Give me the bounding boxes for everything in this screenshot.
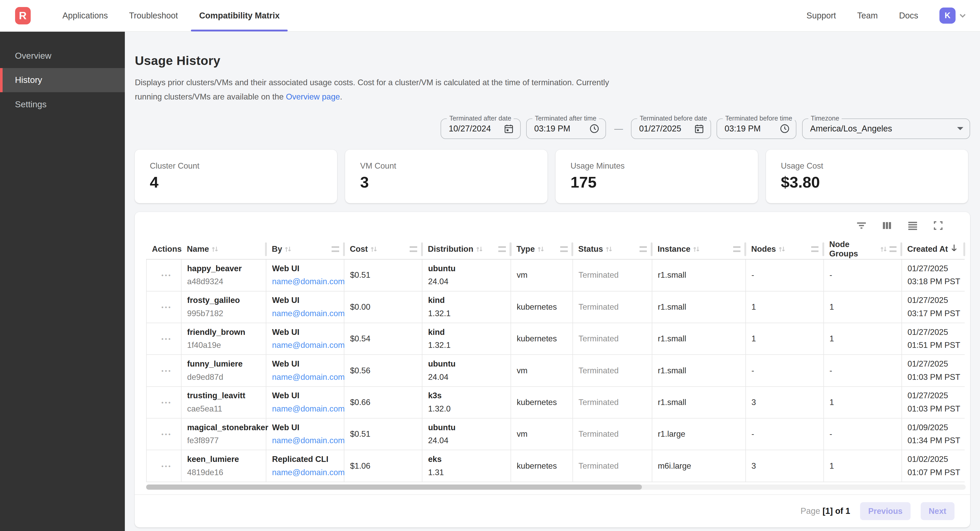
row-actions-button[interactable]: ●●● (152, 273, 181, 277)
row-actions-button[interactable]: ●●● (152, 400, 181, 404)
email-link[interactable]: name@domain.com (272, 372, 345, 382)
sort-icon[interactable] (212, 246, 218, 253)
cell-created-at: 01/27/202501:03 PM PST (902, 355, 965, 386)
column-header-instance[interactable]: Instance (652, 239, 746, 259)
column-header-created_at[interactable]: Created At (902, 239, 965, 259)
field-label: Terminated before time (723, 114, 795, 122)
cell-by: Web UIname@domain.com (266, 387, 344, 418)
sort-icon[interactable] (476, 246, 483, 253)
column-menu-icon[interactable] (410, 246, 417, 252)
sort-icon[interactable] (880, 246, 887, 253)
column-menu-icon[interactable] (733, 246, 741, 252)
overview-page-link[interactable]: Overview page (286, 92, 340, 101)
sort-icon[interactable] (606, 246, 612, 253)
cell-name: keen_lumiere4819de16 (181, 450, 266, 482)
stat-value: 3 (360, 173, 532, 191)
column-menu-icon[interactable] (811, 246, 819, 252)
nav-item-applications[interactable]: Applications (52, 0, 118, 32)
density-icon[interactable] (905, 219, 920, 233)
nav-item-compatibility-matrix[interactable]: Compatibility Matrix (189, 0, 290, 32)
nav-link-team[interactable]: Team (857, 11, 878, 21)
avatar[interactable]: K (939, 8, 956, 24)
cell-distribution: eks1.31 (422, 450, 511, 482)
cell-node-groups: 1 (824, 387, 902, 418)
column-header-type[interactable]: Type (511, 239, 573, 259)
replicated-logo-icon[interactable]: R (15, 7, 31, 24)
next-page-button[interactable]: Next (921, 502, 955, 520)
field-value: 10/27/2024 (449, 124, 504, 133)
row-actions-button[interactable]: ●●● (152, 337, 181, 341)
column-header-status[interactable]: Status (573, 239, 652, 259)
row-actions-button[interactable]: ●●● (152, 464, 181, 468)
email-link[interactable]: name@domain.com (272, 436, 345, 445)
column-header-name[interactable]: Name (181, 239, 266, 259)
sort-icon[interactable] (371, 246, 377, 253)
cell-actions: ●●● (146, 450, 181, 482)
cell-node-groups: - (824, 418, 902, 450)
horizontal-scrollbar[interactable] (146, 485, 966, 490)
timezone-select[interactable]: Timezone America/Los_Angeles (802, 119, 970, 139)
page-description: Displays prior clusters/VMs and their as… (135, 75, 631, 104)
row-actions-button[interactable]: ●●● (152, 305, 181, 309)
fullscreen-icon[interactable] (931, 219, 945, 233)
column-header-cost[interactable]: Cost (344, 239, 422, 259)
sort-desc-icon[interactable] (950, 244, 958, 255)
sidebar-item-history[interactable]: History (0, 68, 125, 92)
sort-icon[interactable] (778, 246, 785, 253)
nav-item-troubleshoot[interactable]: Troubleshoot (118, 0, 188, 32)
column-header-by[interactable]: By (266, 239, 344, 259)
cell-actions: ●●● (146, 355, 181, 386)
sidebar-item-settings[interactable]: Settings (0, 92, 125, 117)
column-label: Cost (350, 244, 368, 254)
column-menu-icon[interactable] (640, 246, 647, 252)
calendar-icon[interactable] (504, 124, 514, 133)
cell-type: kubernetes (511, 323, 573, 355)
stat-card-vm-count: VM Count 3 (345, 150, 547, 203)
sort-icon[interactable] (693, 246, 700, 253)
columns-icon[interactable] (880, 219, 894, 233)
row-actions-button[interactable]: ●●● (152, 369, 181, 373)
nav-link-support[interactable]: Support (807, 11, 836, 21)
cell-instance: r1.small (652, 387, 746, 418)
terminated-before-time-field[interactable]: Terminated before time 03:19 PM (716, 119, 796, 139)
column-menu-icon[interactable] (332, 246, 339, 252)
table-header: ActionsNameByCostDistributionTypeStatusI… (146, 239, 965, 259)
column-header-nodes[interactable]: Nodes (746, 239, 824, 259)
primary-nav: Applications Troubleshoot Compatibility … (52, 0, 290, 32)
column-header-node_groups[interactable]: Node Groups (824, 239, 902, 259)
cell-cost: $0.66 (344, 387, 422, 418)
column-menu-icon[interactable] (498, 246, 506, 252)
column-menu-icon[interactable] (889, 246, 897, 252)
cell-node-groups: - (824, 259, 902, 291)
stat-card-usage-minutes: Usage Minutes 175 (555, 150, 758, 203)
sort-icon[interactable] (537, 246, 544, 253)
email-link[interactable]: name@domain.com (272, 341, 345, 350)
sidebar-item-overview[interactable]: Overview (0, 44, 125, 68)
email-link[interactable]: name@domain.com (272, 309, 345, 318)
cell-instance: r1.small (652, 323, 746, 355)
terminated-after-date-field[interactable]: Terminated after date 10/27/2024 (441, 119, 520, 139)
sort-icon[interactable] (285, 246, 291, 253)
email-link[interactable]: name@domain.com (272, 277, 345, 286)
stat-label: Cluster Count (150, 161, 322, 171)
clock-icon[interactable] (780, 124, 790, 133)
previous-page-button[interactable]: Previous (860, 502, 910, 520)
cell-type: kubernetes (511, 450, 573, 482)
column-resize-handle[interactable] (963, 243, 965, 256)
row-actions-button[interactable]: ●●● (152, 432, 181, 436)
clock-icon[interactable] (589, 124, 599, 133)
email-link[interactable]: name@domain.com (272, 404, 345, 413)
column-menu-icon[interactable] (560, 246, 568, 252)
terminated-before-date-field[interactable]: Terminated before date 01/27/2025 (631, 119, 711, 139)
cell-name: friendly_brown1f40a19e (181, 323, 266, 355)
cell-created-at: 01/27/202501:51 PM PST (902, 323, 965, 355)
cell-created-at: 01/27/202501:03 PM PST (902, 387, 965, 418)
account-menu[interactable]: K (939, 8, 967, 24)
calendar-icon[interactable] (694, 124, 704, 133)
column-header-distribution[interactable]: Distribution (422, 239, 511, 259)
scrollbar-thumb[interactable] (146, 485, 642, 490)
filter-icon[interactable] (854, 219, 869, 233)
email-link[interactable]: name@domain.com (272, 468, 345, 477)
terminated-after-time-field[interactable]: Terminated after time 03:19 PM (526, 119, 606, 139)
nav-link-docs[interactable]: Docs (899, 11, 918, 21)
